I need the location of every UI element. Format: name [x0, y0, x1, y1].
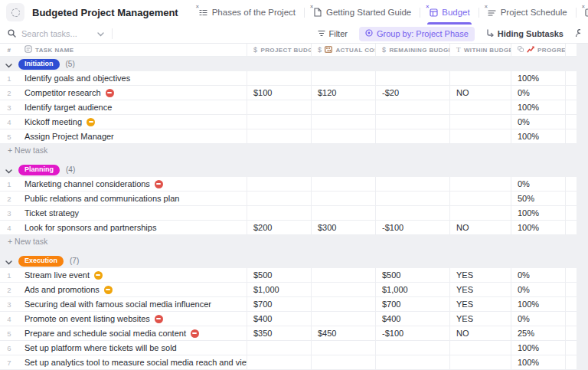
remaining-budget-cell[interactable]: -$100 [375, 326, 449, 340]
progress-cell[interactable]: 100% [511, 221, 565, 234]
progress-cell[interactable]: 0% [511, 283, 565, 296]
column-task-name[interactable]: TASK NAME [18, 44, 247, 56]
remaining-budget-cell[interactable] [375, 206, 449, 220]
project-budget-cell[interactable]: $1,000 [247, 283, 311, 296]
task-name-cell[interactable]: Set up platform where tickets will be so… [18, 341, 247, 355]
remaining-budget-cell[interactable]: $400 [375, 312, 449, 326]
project-budget-cell[interactable]: $350 [247, 326, 311, 340]
task-name-cell[interactable]: Kickoff meeting [18, 115, 247, 129]
progress-cell[interactable]: 25% [511, 326, 565, 340]
within-budget-cell[interactable] [449, 115, 511, 129]
project-budget-cell[interactable] [247, 129, 311, 143]
within-budget-cell[interactable] [449, 192, 511, 205]
progress-cell[interactable]: 0% [511, 86, 565, 100]
project-budget-cell[interactable] [247, 206, 311, 220]
remaining-budget-cell[interactable] [375, 100, 449, 114]
project-budget-cell[interactable]: $500 [247, 268, 311, 282]
group-header[interactable]: Initiation (5) [0, 57, 577, 71]
group-badge[interactable]: Planning [18, 165, 60, 175]
within-budget-cell[interactable] [449, 129, 511, 143]
remaining-budget-cell[interactable]: $1,000 [375, 283, 449, 296]
table-row[interactable]: 6 Set up platform where tickets will be … [0, 341, 577, 355]
group-header[interactable]: Planning (4) [0, 162, 577, 177]
remaining-budget-cell[interactable]: -$20 [375, 86, 449, 100]
within-budget-cell[interactable] [449, 341, 511, 355]
project-budget-cell[interactable] [247, 192, 311, 205]
task-name-cell[interactable]: Ads and promotions [18, 283, 247, 296]
tab-project-schedule[interactable]: × Project Schedule [479, 0, 576, 25]
within-budget-cell[interactable]: YES [449, 297, 511, 311]
hiding-subtasks-button[interactable]: Hiding Subtasks [486, 29, 564, 38]
task-name-cell[interactable]: Marketing channel considerations [18, 177, 247, 191]
actual-cost-cell[interactable] [311, 206, 375, 220]
project-budget-cell[interactable]: $200 [247, 221, 311, 234]
remaining-budget-cell[interactable] [375, 115, 449, 129]
project-budget-cell[interactable]: $400 [247, 312, 311, 326]
actual-cost-cell[interactable] [311, 283, 375, 296]
app-icon-button[interactable] [6, 3, 24, 21]
project-budget-cell[interactable]: $700 [247, 297, 311, 311]
project-budget-cell[interactable] [247, 355, 311, 369]
task-name-cell[interactable]: Identify goals and objectives [18, 71, 247, 85]
progress-cell[interactable]: 100% [511, 206, 565, 220]
progress-cell[interactable]: 100% [511, 355, 565, 369]
remaining-budget-cell[interactable] [375, 341, 449, 355]
progress-cell[interactable]: 100% [511, 297, 565, 311]
within-budget-cell[interactable]: YES [449, 283, 511, 296]
progress-cell[interactable]: 0% [511, 177, 565, 191]
table-row[interactable]: 1 Stream live event $500 $500 YES 0% [0, 268, 577, 283]
actual-cost-cell[interactable] [311, 177, 375, 191]
task-name-cell[interactable]: Look for sponsors and partnerships [18, 221, 247, 234]
project-budget-cell[interactable] [247, 177, 311, 191]
column-remaining-budget[interactable]: $ REMAINING BUDGET [375, 44, 449, 56]
tab-budget[interactable]: × Budget [420, 0, 478, 25]
task-name-cell[interactable]: Competitor research [18, 86, 247, 100]
actual-cost-cell[interactable] [311, 129, 375, 143]
task-name-cell[interactable]: Stream live event [18, 268, 247, 282]
progress-cell[interactable]: 100% [511, 341, 565, 355]
group-badge[interactable]: Initiation [18, 59, 60, 70]
project-budget-cell[interactable] [247, 115, 311, 129]
table-row[interactable]: 5 Prepare and schedule social media cont… [0, 326, 577, 341]
tab-status-of-activities[interactable]: × Status of Activities [577, 0, 588, 25]
within-budget-cell[interactable] [449, 100, 511, 114]
actual-cost-cell[interactable] [311, 192, 375, 205]
table-row[interactable]: 4 Promote on event listing websites $400… [0, 312, 577, 326]
task-name-cell[interactable]: Set up analytics tool to measure social … [18, 355, 247, 369]
task-name-cell[interactable]: Public relations and communications plan [18, 192, 247, 205]
actual-cost-cell[interactable] [311, 341, 375, 355]
table-row[interactable]: 3 Ticket strategy 100% [0, 206, 577, 221]
actual-cost-cell[interactable] [311, 71, 375, 85]
actual-cost-cell[interactable] [311, 297, 375, 311]
progress-cell[interactable]: 50% [511, 192, 565, 205]
remaining-budget-cell[interactable]: -$100 [375, 221, 449, 234]
actual-cost-cell[interactable]: $450 [311, 326, 375, 340]
column-project-budget[interactable]: $ PROJECT BUDG... [247, 44, 311, 56]
table-row[interactable]: 3 Identify target audience 100% [0, 100, 577, 115]
actual-cost-cell[interactable] [311, 100, 375, 114]
within-budget-cell[interactable] [449, 206, 511, 220]
project-budget-cell[interactable] [247, 71, 311, 85]
remaining-budget-cell[interactable] [375, 71, 449, 85]
remaining-budget-cell[interactable]: $500 [375, 268, 449, 282]
column-progress[interactable]: PROGRESS [511, 44, 565, 56]
project-budget-cell[interactable]: $100 [247, 86, 311, 100]
project-budget-cell[interactable] [247, 341, 311, 355]
tab-phases-of-the-project[interactable]: × Phases of the Project [191, 0, 304, 25]
project-budget-cell[interactable] [247, 100, 311, 114]
group-badge[interactable]: Execution [18, 256, 64, 267]
task-name-cell[interactable]: Promote on event listing websites [18, 312, 247, 326]
table-row[interactable]: 2 Competitor research $100 $120 -$20 NO … [0, 86, 577, 100]
actual-cost-cell[interactable] [311, 268, 375, 282]
group-header[interactable]: Execution (7) [0, 254, 577, 268]
remaining-budget-cell[interactable] [375, 355, 449, 369]
task-name-cell[interactable]: Assign Project Manager [18, 129, 247, 143]
task-name-cell[interactable]: Ticket strategy [18, 206, 247, 220]
actual-cost-cell[interactable]: $120 [311, 86, 375, 100]
new-task-button[interactable]: + New task [0, 235, 577, 247]
remaining-budget-cell[interactable]: $700 [375, 297, 449, 311]
chevron-down-icon[interactable] [97, 29, 104, 38]
remaining-budget-cell[interactable] [375, 129, 449, 143]
within-budget-cell[interactable]: NO [449, 86, 511, 100]
column-actual-cost[interactable]: $ ACTUAL COST [311, 44, 375, 56]
